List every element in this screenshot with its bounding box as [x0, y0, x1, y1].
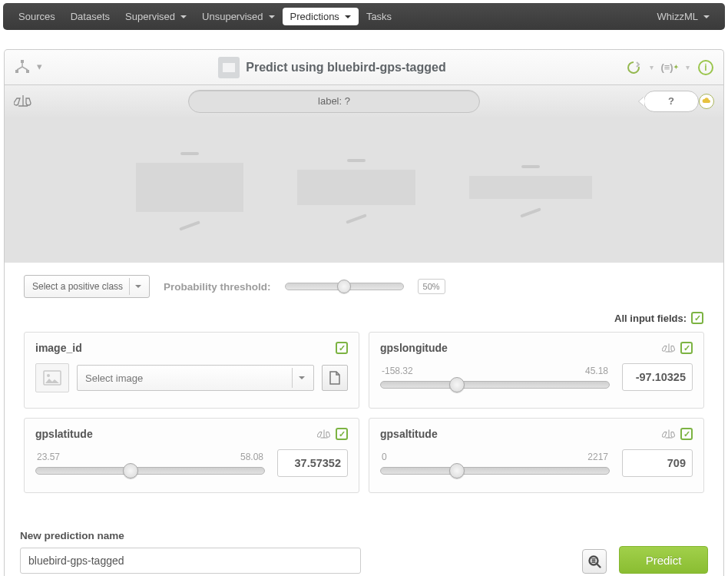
- field-card-gpsaltitude: gpsaltitude ✓ 0 2217: [369, 418, 704, 493]
- threshold-slider[interactable]: [285, 283, 404, 290]
- balance-icon[interactable]: [317, 429, 331, 440]
- placeholder-bar: [136, 152, 243, 227]
- svg-rect-1: [15, 70, 18, 73]
- nav-tasks[interactable]: Tasks: [359, 5, 399, 28]
- placeholder-bar: [297, 159, 415, 220]
- field-card-image-id: image_id ✓ Select image: [24, 332, 359, 409]
- field-enabled-checkbox[interactable]: ✓: [336, 342, 348, 354]
- svg-point-4: [47, 374, 50, 377]
- chevron-down-icon: [180, 15, 187, 18]
- label-bar: label: ? ?: [4, 84, 724, 117]
- svg-rect-0: [21, 60, 24, 63]
- range-max: 58.08: [240, 452, 263, 462]
- range-min: 23.57: [37, 452, 60, 462]
- info-icon[interactable]: i: [693, 55, 719, 81]
- prediction-name-input[interactable]: [20, 548, 361, 574]
- chevron-down-icon: [299, 376, 305, 379]
- all-input-fields-toggle[interactable]: All input fields: ✓: [5, 312, 703, 324]
- fields-grid: image_id ✓ Select image gpslongitude ✓: [8, 332, 720, 507]
- gpsaltitude-input[interactable]: [622, 449, 693, 477]
- branch-icon[interactable]: [9, 55, 35, 81]
- field-card-gpslongitude: gpslongitude ✓ -158.32 45.18: [369, 332, 704, 409]
- preview-button[interactable]: [582, 549, 607, 574]
- label-pill: label: ?: [188, 90, 480, 113]
- range-max: 2217: [587, 452, 608, 462]
- nav-datasets[interactable]: Datasets: [63, 5, 117, 28]
- placeholder-bar: [469, 165, 592, 214]
- balance-icon[interactable]: [662, 343, 676, 354]
- code-icon[interactable]: (≡)✦: [657, 55, 683, 81]
- threshold-row: Select a positive class Probability thre…: [8, 263, 720, 306]
- threshold-label: Probability threshold:: [164, 281, 271, 293]
- balance-icon[interactable]: [662, 429, 676, 440]
- field-label: gpslatitude: [35, 428, 317, 440]
- select-image-dropdown[interactable]: Select image: [77, 365, 314, 391]
- gpslongitude-slider[interactable]: [380, 381, 610, 389]
- cloud-status-icon[interactable]: [699, 94, 714, 109]
- footer: New prediction name Predict: [4, 507, 724, 576]
- chevron-down-icon: [345, 15, 351, 18]
- checkbox-checked-icon: ✓: [691, 312, 703, 324]
- question-bubble: ?: [644, 91, 699, 112]
- field-label: gpslongitude: [380, 342, 662, 354]
- image-thumbnail-icon: [35, 363, 69, 392]
- gpslatitude-slider[interactable]: [35, 467, 265, 475]
- nav-unsupervised[interactable]: Unsupervised: [194, 5, 283, 28]
- svg-rect-2: [26, 70, 29, 73]
- model-icon: [218, 57, 240, 78]
- page-header: ▾ Predict using bluebird-gps-tagged ▾ (≡…: [4, 49, 724, 84]
- chevron-down-icon: [269, 15, 275, 18]
- field-card-gpslatitude: gpslatitude ✓ 23.57 58.08: [24, 418, 359, 493]
- predict-button[interactable]: Predict: [619, 546, 708, 574]
- field-label: image_id: [35, 342, 336, 354]
- gpslatitude-input[interactable]: [277, 449, 348, 477]
- threshold-percent: 50%: [418, 279, 445, 294]
- field-label: gpsaltitude: [380, 428, 662, 440]
- range-min: 0: [382, 452, 387, 462]
- nav-supervised[interactable]: Supervised: [117, 5, 194, 28]
- field-enabled-checkbox[interactable]: ✓: [680, 342, 693, 354]
- prediction-name-label: New prediction name: [20, 530, 361, 541]
- field-enabled-checkbox[interactable]: ✓: [680, 428, 693, 440]
- page-title: Predict using bluebird-gps-tagged: [246, 61, 445, 74]
- range-max: 45.18: [585, 366, 608, 376]
- nav-predictions[interactable]: Predictions: [283, 8, 359, 25]
- gpslongitude-input[interactable]: [622, 363, 693, 391]
- gpsaltitude-slider[interactable]: [380, 467, 610, 475]
- top-nav: Sources Datasets Supervised Unsupervised…: [3, 3, 725, 30]
- field-enabled-checkbox[interactable]: ✓: [336, 428, 348, 440]
- nav-sources[interactable]: Sources: [11, 5, 63, 28]
- chevron-down-icon: [135, 285, 141, 288]
- nav-whizzml[interactable]: WhizzML: [650, 5, 717, 28]
- range-min: -158.32: [382, 366, 413, 376]
- balance-icon: [14, 94, 32, 109]
- refresh-icon[interactable]: [620, 55, 647, 81]
- chevron-down-icon: [703, 15, 710, 18]
- positive-class-select[interactable]: Select a positive class: [24, 275, 150, 298]
- open-file-button[interactable]: [322, 365, 348, 391]
- chart-placeholder: [4, 117, 724, 263]
